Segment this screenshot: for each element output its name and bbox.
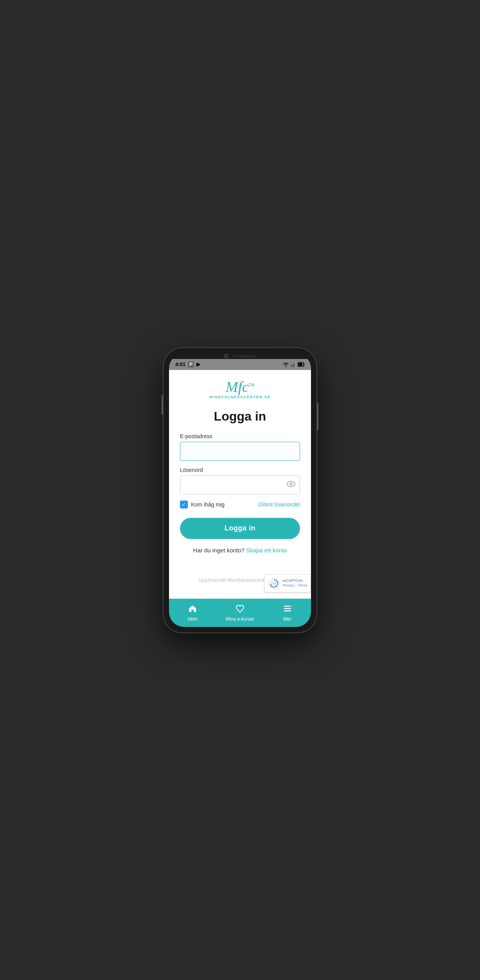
front-camera — [224, 354, 229, 359]
nav-item-hem[interactable]: Hem — [169, 604, 216, 622]
battery-icon — [298, 362, 305, 367]
parking-icon: P — [188, 361, 194, 368]
brand-name: Mfc — [225, 379, 249, 395]
svg-rect-5 — [298, 363, 302, 366]
time-display: 4:01 — [175, 361, 185, 367]
phone-screen: 4:01 P ▶ — [169, 353, 311, 627]
logo-area: MfcTM MINDFULNESSCENTER.SE — [169, 370, 311, 403]
svg-rect-13 — [284, 610, 291, 612]
remember-checkbox[interactable]: ✓ — [180, 501, 188, 508]
recaptcha-badge: reCAPTCHA Privacy - Terms — [264, 574, 311, 592]
svg-point-8 — [290, 483, 292, 485]
email-label: E-postadress — [180, 433, 300, 439]
recaptcha-separator: - — [296, 583, 297, 588]
heart-icon — [235, 604, 245, 615]
forgot-password-link[interactable]: Glömt lösenordet — [258, 501, 300, 508]
recaptcha-privacy-link[interactable]: Privacy — [283, 583, 295, 587]
eye-icon — [287, 481, 295, 487]
status-bar: 4:01 P ▶ — [169, 359, 311, 370]
bottom-nav: Hem Mina e-kurser Mer — [169, 599, 311, 627]
password-group: Lösenord — [180, 467, 300, 494]
status-right — [283, 362, 305, 367]
recaptcha-protected-text: reCAPTCHA — [283, 579, 307, 583]
remember-row: ✓ Kom ihåg mig Glömt lösenordet — [180, 501, 300, 508]
svg-rect-12 — [284, 608, 291, 609]
svg-rect-0 — [291, 365, 292, 367]
svg-rect-2 — [294, 363, 295, 367]
nav-label-mina-ekurser: Mina e-kurser — [225, 616, 254, 622]
volume-button — [162, 395, 163, 415]
home-icon — [188, 604, 197, 615]
power-button — [317, 403, 318, 430]
status-left: 4:01 P ▶ — [175, 361, 200, 368]
menu-icon — [283, 604, 292, 615]
signal-icon — [291, 362, 296, 367]
email-input[interactable] — [180, 442, 300, 461]
register-row: Har du inget konto? Skapa ett konto — [180, 547, 300, 554]
remember-label: Kom ihåg mig — [191, 501, 225, 508]
brand-subtitle: MINDFULNESSCENTER.SE — [209, 395, 271, 399]
recaptcha-terms-link[interactable]: Terms — [298, 583, 308, 587]
nav-item-mina-ekurser[interactable]: Mina e-kurser — [216, 604, 264, 622]
nav-label-mer: Mer — [283, 616, 291, 622]
phone-frame: 4:01 P ▶ — [164, 348, 316, 632]
svg-rect-6 — [304, 364, 305, 365]
recaptcha-text-area: reCAPTCHA Privacy - Terms — [283, 579, 307, 588]
svg-rect-1 — [292, 364, 293, 367]
svg-rect-11 — [284, 606, 291, 607]
brand-logo: MfcTM — [225, 379, 255, 394]
recaptcha-icon — [268, 577, 280, 590]
password-wrapper — [180, 475, 300, 494]
password-input[interactable] — [180, 475, 300, 494]
login-button[interactable]: Logga in — [180, 518, 300, 539]
phone-notch — [169, 353, 311, 359]
create-account-link[interactable]: Skapa ett konto — [246, 547, 287, 554]
svg-rect-3 — [295, 362, 296, 367]
speaker-slot — [233, 355, 256, 357]
nav-item-mer[interactable]: Mer — [264, 604, 311, 622]
email-group: E-postadress — [180, 433, 300, 461]
svg-point-7 — [287, 481, 295, 486]
checkmark-icon: ✓ — [182, 502, 186, 507]
trademark-symbol: TM — [249, 383, 254, 387]
remember-left: ✓ Kom ihåg mig — [180, 501, 225, 508]
svg-point-10 — [272, 581, 276, 585]
page-title: Logga in — [180, 409, 300, 424]
password-toggle-button[interactable] — [287, 481, 295, 489]
wifi-icon — [283, 362, 289, 367]
no-account-text: Har du inget konto? — [193, 547, 246, 554]
nav-label-hem: Hem — [188, 616, 198, 622]
login-form-container: Logga in E-postadress Lösenord — [169, 403, 311, 599]
app-screen: MfcTM MINDFULNESSCENTER.SE Logga in E-po… — [169, 370, 311, 599]
play-icon: ▶ — [196, 361, 200, 367]
password-label: Lösenord — [180, 467, 300, 473]
